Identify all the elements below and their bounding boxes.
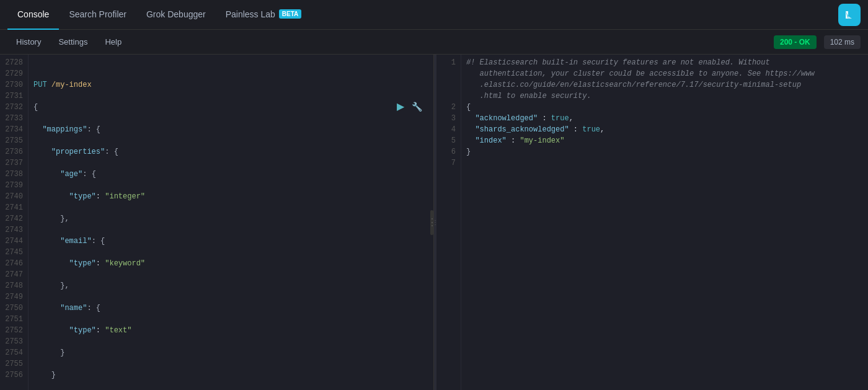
editor-actions: ▶ 🔧	[396, 99, 423, 113]
second-nav-tabs: History Settings Help	[7, 30, 130, 55]
output-line-numbers: 1 2 3 4 5 6 7	[436, 55, 461, 390]
run-button[interactable]: ▶	[396, 99, 405, 113]
tab-help[interactable]: Help	[96, 30, 130, 55]
resize-handle[interactable]: ⋮	[430, 210, 433, 235]
beta-badge: BETA	[279, 9, 301, 19]
kibana-logo	[838, 4, 861, 26]
line-numbers: 2728 2729 2730 2731 2732 2733 2734 2735 …	[0, 55, 29, 390]
top-navigation: Console Search Profiler Grok Debugger Pa…	[0, 0, 868, 30]
code-editor[interactable]: PUT /my-index { "mappings": { "propertie…	[29, 55, 433, 390]
tab-grok-debugger[interactable]: Grok Debugger	[136, 0, 216, 30]
tab-settings[interactable]: Settings	[50, 30, 96, 55]
output-pane: 1 2 3 4 5 6 7 #! Elasticsearch built-in …	[436, 55, 868, 390]
time-badge: 102 ms	[824, 35, 861, 49]
status-badge: 200 - OK	[774, 35, 817, 49]
output-inner: 1 2 3 4 5 6 7 #! Elasticsearch built-in …	[436, 55, 868, 390]
tab-search-profiler[interactable]: Search Profiler	[59, 0, 136, 30]
editor-pane[interactable]: 2728 2729 2730 2731 2732 2733 2734 2735 …	[0, 55, 434, 390]
second-navigation: History Settings Help 200 - OK 102 ms	[0, 30, 868, 55]
tab-console[interactable]: Console	[7, 0, 59, 30]
editor-inner: 2728 2729 2730 2731 2732 2733 2734 2735 …	[0, 55, 433, 390]
svg-rect-0	[843, 9, 856, 21]
main-content: 2728 2729 2730 2731 2732 2733 2734 2735 …	[0, 55, 868, 390]
tab-history[interactable]: History	[7, 30, 50, 55]
tools-button[interactable]: 🔧	[410, 100, 423, 113]
tab-painless-lab[interactable]: Painless Lab BETA	[216, 0, 312, 30]
output-code: #! Elasticsearch built-in security featu…	[461, 55, 868, 390]
